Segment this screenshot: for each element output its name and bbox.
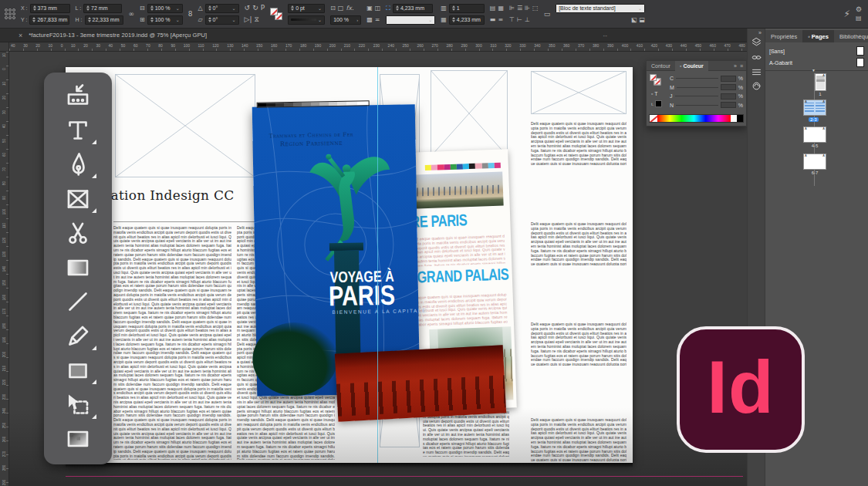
links-icon[interactable] [751,52,762,63]
cc-libraries-icon[interactable] [751,80,762,92]
black-swatch[interactable] [655,100,662,107]
cyan-value-field[interactable] [721,76,736,82]
text-column[interactable]: Delit eaque quatem quis si quae inusquam… [113,226,231,460]
text-block[interactable]: Delit eaque quatem quis si quae inusquam… [531,322,627,366]
white-swatch[interactable] [731,115,737,122]
inner-text-block[interactable]: Delit eaque quatem quis si quae inusquam… [410,235,505,267]
stroke-weight-field[interactable]: 0 pt⌄ [288,4,325,13]
style-options-icon[interactable]: ⬓ [640,17,646,23]
tab-bibliotheque[interactable]: Bibliothèqu [834,30,868,42]
align-bottom-icon[interactable]: ⊥ [525,17,530,23]
page-1-label[interactable]: 1 [809,92,832,96]
ruler-origin-box[interactable] [0,42,9,52]
tab-proprietes[interactable]: Propriétés [765,30,802,42]
flip-vertical-icon[interactable]: ⧖ [255,16,259,23]
flip-horizontal-icon[interactable]: ▷| [245,16,252,23]
vertical-justify-dropdown[interactable]: ⌄ [386,15,435,25]
tab-pages[interactable]: ◦ Pages [802,30,834,42]
gradient-swatch-tool[interactable] [62,252,93,283]
x-position-field[interactable]: 373 mm [30,4,70,13]
fill-swatch[interactable] [650,74,657,81]
page-1-thumbnail[interactable]: A [815,73,826,91]
clear-overrides-icon[interactable]: ⬕ [631,17,637,23]
reference-point-proxy[interactable] [5,8,15,19]
line-tool[interactable] [62,286,93,317]
gutter-field[interactable]: 4,233 mm [449,15,485,25]
inner-headline-bottom[interactable]: E GRAND PALAIS [405,265,508,287]
quick-actions-icon[interactable]: ⚡ [843,9,849,19]
pages-4-5-label[interactable]: 4-5 [803,143,826,148]
baseline-grid-icon[interactable]: ▬ [490,17,496,23]
formatting-text-icon[interactable]: ▫ T [651,91,658,96]
master-none-row[interactable]: [Sans] [769,46,864,56]
text-wrap-icon[interactable]: ⛶ [386,5,390,12]
paragraph-proxy-icon[interactable]: P [261,5,265,12]
drop-shadow-icon[interactable]: □ [338,5,344,12]
columns-field[interactable]: 1 [449,4,485,13]
fill-swatch[interactable] [270,8,278,15]
align-top-icon[interactable]: ⊤ [509,17,515,23]
stroke-style-dropdown[interactable]: ⌄ [288,15,325,25]
effects-icon[interactable]: fx. [346,5,353,12]
scissors-tool[interactable] [62,218,93,248]
document-canvas[interactable]: Formation Indesign CC Delit eaque quatem… [9,52,747,486]
pencil-tool[interactable] [62,321,93,352]
align-middle-icon[interactable]: ⊢ [517,17,522,23]
fill-stroke-proxy[interactable] [650,74,660,85]
scale-y-field[interactable]: 100 %⌄ [147,15,183,25]
vertical-ruler[interactable]: 1001020304050607080901001101201301401501… [0,52,9,486]
paris-skyline-photo[interactable] [405,172,503,209]
text-block[interactable]: Delit eaque quatem quis si quae inusquam… [531,418,627,461]
tab-scroll-icon[interactable]: ↔ [602,32,608,39]
paragraph-styles-icon[interactable] [751,66,762,78]
panel-collapse-icon[interactable]: » [734,63,737,69]
red-monument-photo[interactable] [335,345,506,421]
layers-icon[interactable] [751,36,762,48]
tab-contour[interactable]: Contour [647,61,675,71]
pages-6-7-thumbnail[interactable]: AA [803,154,826,170]
frame-tool[interactable] [62,184,93,214]
link-scale-icon[interactable]: 8 [188,11,193,18]
pages-2-3-thumbnail[interactable]: AA [803,100,826,116]
tab-close-icon[interactable]: × [19,32,22,39]
rotation-field[interactable]: 0°⌄ [205,4,239,13]
settings-gear-icon[interactable]: ⚙ [856,6,862,13]
pages-2-3-label[interactable]: 2-3 [809,117,819,122]
distribute-right-icon[interactable]: ⊪ [525,5,530,12]
text-block[interactable]: Delit eaque quatem quis si quae inusquam… [531,122,627,165]
gradient-feather-tool[interactable] [62,424,93,454]
rainbow-spectrum[interactable] [657,115,731,122]
align-center-content-icon[interactable]: ▣ [366,5,373,12]
align-left-icon[interactable]: ▤ [490,5,496,12]
horizontal-ruler[interactable]: 4030201001020304050607080901001101201301… [9,42,747,52]
object-style-dropdown[interactable]: [Bloc de texte standard]⌄ [556,4,645,13]
rectangle-tool[interactable] [62,355,93,386]
color-spectrum-bar[interactable] [649,114,744,123]
inner-headline-top[interactable]: RE PARIS [410,211,468,231]
cover-title-line2[interactable]: PARIS [329,279,396,312]
fit-content-icon[interactable]: ≖ [375,17,380,23]
text-block[interactable]: Delit eaque quatem quis si quae inusquam… [423,410,509,457]
magenta-value-field[interactable] [721,84,736,90]
scale-x-field[interactable]: 100 %⌄ [147,4,183,13]
rotate-cw-icon[interactable]: ↻ [252,5,258,12]
height-field[interactable]: 22,333 mm [85,15,123,25]
empty-frame-placeholder[interactable] [431,70,508,157]
shear-field[interactable]: 0°⌄ [205,15,239,25]
opacity-field[interactable]: 100 %› [330,15,361,25]
jaune-value-field[interactable] [721,93,736,100]
corner-options-icon[interactable]: ⊡ [330,5,336,12]
fill-frame-icon[interactable]: ▩ [366,17,373,23]
pages-4-5-thumbnail[interactable]: AA [803,127,826,143]
align-center-icon[interactable]: ▦ [498,5,504,12]
pages-6-7-label[interactable]: 6-7 [803,170,826,175]
dock-collapse-icon[interactable]: » [758,30,762,35]
text-block[interactable]: Delit eaque quatem quis si quae inusquam… [531,222,627,265]
align-justify-icon[interactable]: ≡ [498,17,503,23]
distribute-left-icon[interactable]: ⊫ [509,5,515,12]
margin-guide[interactable] [66,476,743,477]
distribute-spacing-icon[interactable]: ⬚ [532,5,539,12]
content-collector-tool[interactable] [62,80,93,111]
distribute-center-icon[interactable]: ☰ [517,5,522,12]
width-field[interactable]: 72 mm [83,4,122,13]
